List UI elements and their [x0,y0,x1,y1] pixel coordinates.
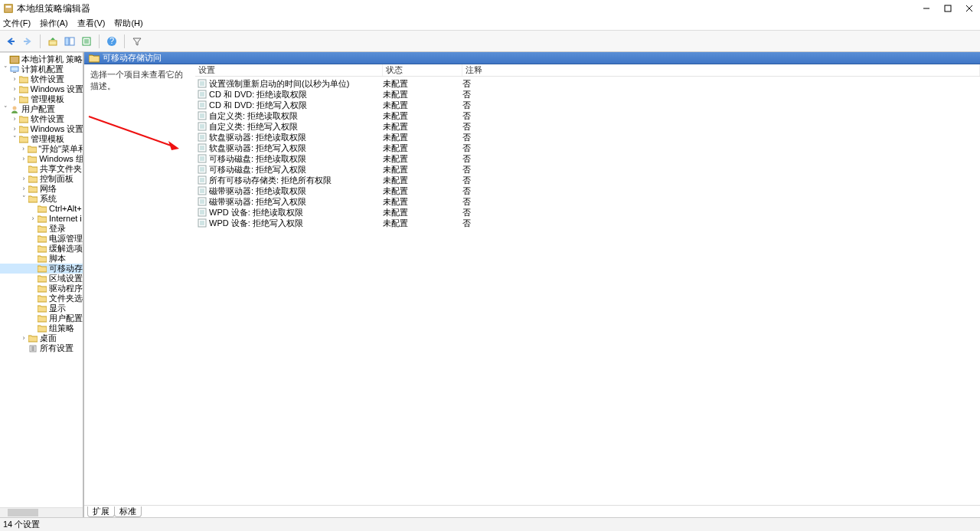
tree-comp-software[interactable]: › 软件设置 [0,74,83,84]
setting-row[interactable]: WPD 设备: 拒绝写入权限未配置否 [195,218,980,228]
tree-power[interactable]: 电源管理 [0,234,83,244]
tree-logon[interactable]: 登录 [0,224,83,234]
chevron-right-icon[interactable]: › [11,124,18,134]
tree-user-software[interactable]: › 软件设置 [0,114,83,124]
tree-windows-components[interactable]: ›Windows 组 [0,154,83,164]
folder-icon [28,195,38,204]
setting-row[interactable]: 自定义类: 拒绝读取权限未配置否 [195,110,980,121]
setting-row[interactable]: WPD 设备: 拒绝读取权限未配置否 [195,207,980,218]
chevron-down-icon[interactable]: ˅ [11,134,18,144]
tree-network[interactable]: ›网络 [0,184,83,194]
tree-mitigation[interactable]: 缓解选项 [0,244,83,254]
setting-icon [197,111,207,120]
setting-icon [197,100,207,110]
tree-control-panel[interactable]: ›控制面板 [0,174,83,184]
chevron-right-icon[interactable]: › [20,144,27,154]
setting-row[interactable]: 磁带驱动器: 拒绝写入权限未配置否 [195,196,980,207]
tree-computer-config[interactable]: ˅ 计算机配置 [0,64,83,74]
export-list-button[interactable] [79,34,94,49]
menu-view[interactable]: 查看(V) [77,18,106,29]
chevron-right-icon[interactable]: › [20,184,28,194]
tree-locale[interactable]: 区域设置 [0,274,83,284]
tree-all-settings[interactable]: 所有设置 [0,343,83,353]
chevron-down-icon[interactable]: ˅ [2,104,9,114]
setting-icon [197,133,207,142]
setting-comment: 否 [462,132,980,143]
menu-file[interactable]: 文件(F) [3,18,31,29]
column-header-comment[interactable]: 注释 [462,64,980,76]
tree-shared-folders[interactable]: 共享文件夹 [0,164,83,174]
tree-display[interactable]: 显示 [0,303,83,313]
help-button[interactable]: ? [104,34,119,49]
column-headers[interactable]: 设置 状态 注释 [195,64,980,77]
horizontal-scrollbar[interactable] [0,507,83,517]
tree-driver-install[interactable]: 驱动程序 [0,284,83,293]
tree-system[interactable]: ˅系统 [0,194,83,204]
setting-name: 软盘驱动器: 拒绝读取权限 [209,132,383,143]
setting-row[interactable]: 自定义类: 拒绝写入权限未配置否 [195,121,980,132]
tree-folder-options[interactable]: 文件夹选 [0,293,83,303]
chevron-right-icon[interactable]: › [11,84,18,94]
tree-user-config[interactable]: ˅ 用户配置 [0,104,83,114]
chevron-right-icon[interactable]: › [11,74,18,84]
folder-icon [28,175,38,184]
setting-row[interactable]: 软盘驱动器: 拒绝读取权限未配置否 [195,132,980,143]
setting-name: WPD 设备: 拒绝读取权限 [209,207,383,218]
status-text: 14 个设置 [3,519,40,530]
menu-action[interactable]: 操作(A) [40,18,68,29]
minimize-button[interactable] [916,0,937,17]
tree-user-admin[interactable]: ˅ 管理模板 [0,134,83,144]
chevron-right-icon[interactable]: › [11,114,18,124]
tree-removable-storage[interactable]: 可移动存 [0,264,83,274]
scrollbar-thumb[interactable] [8,509,38,516]
back-button[interactable] [3,34,18,49]
setting-row[interactable]: CD 和 DVD: 拒绝读取权限未配置否 [195,89,980,100]
tree-desktop[interactable]: ›桌面 [0,333,83,343]
setting-row[interactable]: 可移动磁盘: 拒绝写入权限未配置否 [195,164,980,175]
setting-name: 磁带驱动器: 拒绝读取权限 [209,185,383,197]
tree-user-windows[interactable]: › Windows 设置 [0,124,83,134]
folder-icon [18,115,29,124]
chevron-right-icon[interactable]: › [11,94,18,104]
setting-state: 未配置 [383,185,462,197]
forward-button[interactable] [20,34,35,49]
filter-button[interactable] [129,34,145,49]
tree-scripts[interactable]: 脚本 [0,254,83,264]
setting-row[interactable]: 所有可移动存储类: 拒绝所有权限未配置否 [195,175,980,185]
chevron-right-icon[interactable]: › [20,154,28,164]
main-pane: 可移动存储访问 选择一个项目来查看它的描述。 设置 状态 注释 设置强制重新启动… [83,52,980,517]
folder-icon [37,304,47,313]
menu-help[interactable]: 帮助(H) [114,18,142,29]
setting-row[interactable]: 磁带驱动器: 拒绝读取权限未配置否 [195,185,980,196]
tree-root[interactable]: 本地计算机 策略 [0,54,83,64]
close-button[interactable] [959,0,980,17]
tree-comp-windows[interactable]: › Windows 设置 [0,84,83,94]
chevron-right-icon[interactable]: › [29,214,37,224]
chevron-right-icon[interactable]: › [20,333,28,343]
tree-comp-admin[interactable]: › 管理模板 [0,94,83,104]
setting-row[interactable]: 软盘驱动器: 拒绝写入权限未配置否 [195,143,980,153]
tab-standard[interactable]: 标准 [114,506,142,517]
tree-start-menu[interactable]: ›"开始"菜单和 [0,144,83,154]
maximize-button[interactable] [937,0,959,17]
setting-icon [197,208,207,217]
setting-row[interactable]: 设置强制重新启动的时间(以秒为单位)未配置否 [195,78,980,89]
tree-ctrl-alt-del[interactable]: Ctrl+Alt+ [0,204,83,214]
tree-user-profiles[interactable]: 用户配置 [0,313,83,323]
setting-row[interactable]: 可移动磁盘: 拒绝读取权限未配置否 [195,153,980,164]
column-header-setting[interactable]: 设置 [195,64,383,76]
tab-extended[interactable]: 扩展 [87,506,115,517]
user-icon [9,105,20,114]
column-header-state[interactable]: 状态 [383,64,462,76]
setting-icon [197,90,207,99]
setting-name: WPD 设备: 拒绝写入权限 [209,218,383,229]
chevron-down-icon[interactable]: ˅ [20,194,28,204]
chevron-down-icon[interactable]: ˅ [2,64,9,74]
tree-group-policy[interactable]: 组策略 [0,323,83,333]
tree[interactable]: 本地计算机 策略 ˅ 计算机配置 › 软件设置 › Windows 设置 › 管… [0,53,83,353]
chevron-right-icon[interactable]: › [20,174,28,184]
tree-internet[interactable]: ›Internet i [0,214,83,224]
up-button[interactable] [45,34,60,49]
show-hide-tree-button[interactable] [62,34,77,49]
setting-row[interactable]: CD 和 DVD: 拒绝写入权限未配置否 [195,100,980,110]
